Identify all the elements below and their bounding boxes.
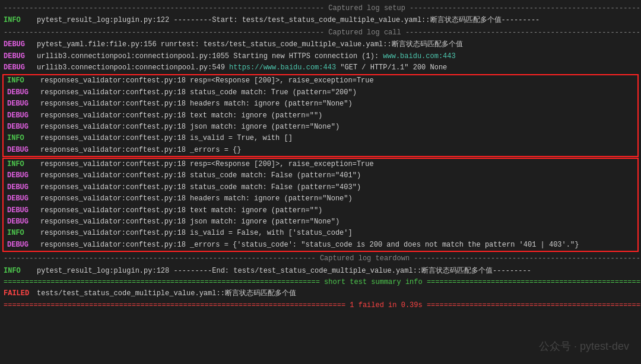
log-line: INFOpytest_result_log:plugin.py:128 ----… — [0, 266, 641, 277]
divider: ----------------------------------------… — [0, 27, 641, 39]
log-line: DEBUGurllib3.connectionpool:connectionpo… — [0, 51, 641, 62]
log-content: pytest_result_log:plugin.py:128 --------… — [37, 266, 637, 276]
log-content: responses_validator:conftest.py:18 is_va… — [40, 228, 634, 238]
log-line: DEBUGresponses_validator:conftest.py:18 … — [4, 182, 637, 193]
separator-green: ========================================… — [0, 277, 641, 288]
log-line: DEBUGresponses_validator:conftest.py:18 … — [4, 216, 637, 228]
log-level: DEBUG — [7, 122, 38, 132]
log-content: responses_validator:conftest.py:18 json … — [40, 217, 634, 227]
log-line: DEBUGresponses_validator:conftest.py:18 … — [4, 205, 637, 216]
log-content: responses_validator:conftest.py:18 _erro… — [40, 240, 634, 250]
log-level: DEBUG — [7, 111, 38, 121]
log-level: INFO — [4, 266, 34, 276]
log-line: DEBUGresponses_validator:conftest.py:18 … — [4, 98, 637, 110]
log-content: urllib3.connectionpool:connectionpool.py… — [37, 63, 637, 73]
log-line: DEBUGresponses_validator:conftest.py:18 … — [4, 122, 637, 133]
log-line: DEBUGresponses_validator:conftest.py:18 … — [4, 110, 637, 122]
log-content: responses_validator:conftest.py:18 is_va… — [40, 133, 634, 143]
log-content: pytest_yaml.file:file.py:156 runrtest: t… — [37, 40, 637, 50]
log-content: responses_validator:conftest.py:18 text … — [40, 111, 634, 121]
log-content-failed: tests/test_status_code_multiple_value.ya… — [37, 289, 637, 299]
log-line: DEBUGresponses_validator:conftest.py:18 … — [4, 240, 637, 251]
log-content: responses_validator:conftest.py:18 text … — [40, 206, 634, 216]
log-level: INFO — [4, 15, 34, 25]
separator-red: ========================================… — [0, 300, 641, 311]
log-level: DEBUG — [7, 171, 38, 181]
log-line: INFOresponses_validator:conftest.py:18 r… — [4, 75, 637, 87]
log-level-failed: FAILED — [4, 289, 34, 299]
log-content: responses_validator:conftest.py:18 statu… — [40, 183, 634, 193]
log-level: DEBUG — [7, 217, 38, 227]
log-content: responses_validator:conftest.py:18 heade… — [40, 99, 634, 109]
log-level: DEBUG — [7, 145, 38, 155]
log-level: INFO — [7, 76, 38, 86]
log-content: responses_validator:conftest.py:18 _erro… — [40, 145, 634, 155]
log-line: DEBUGpytest_yaml.file:file.py:156 runrte… — [0, 39, 641, 50]
log-level: INFO — [7, 228, 38, 238]
log-level: DEBUG — [7, 99, 38, 109]
log-box-group: INFOresponses_validator:conftest.py:18 r… — [2, 158, 639, 252]
log-box-group: INFOresponses_validator:conftest.py:18 r… — [2, 74, 639, 157]
log-level: INFO — [7, 133, 38, 143]
log-line: INFOresponses_validator:conftest.py:18 i… — [4, 133, 637, 144]
log-line: INFOpytest_result_log:plugin.py:122 ----… — [0, 15, 641, 26]
log-content: responses_validator:conftest.py:18 resp=… — [40, 76, 634, 86]
log-line: INFOresponses_validator:conftest.py:18 i… — [4, 228, 637, 239]
log-content: responses_validator:conftest.py:18 heade… — [40, 194, 634, 204]
log-content: responses_validator:conftest.py:18 statu… — [40, 171, 634, 181]
log-level: DEBUG — [7, 240, 38, 250]
log-level: DEBUG — [7, 206, 38, 216]
log-content: pytest_result_log:plugin.py:122 --------… — [37, 15, 637, 25]
log-level: INFO — [7, 159, 38, 170]
divider: ----------------------------------------… — [0, 253, 641, 265]
log-content: responses_validator:conftest.py:18 json … — [40, 122, 634, 132]
log-line: DEBUGurllib3.connectionpool:connectionpo… — [0, 62, 641, 74]
log-content: responses_validator:conftest.py:18 statu… — [40, 88, 634, 98]
log-level: DEBUG — [7, 183, 38, 193]
log-level: DEBUG — [7, 88, 38, 98]
log-level: DEBUG — [4, 63, 34, 73]
log-line: DEBUGresponses_validator:conftest.py:18 … — [4, 145, 637, 156]
log-line: DEBUGresponses_validator:conftest.py:18 … — [4, 170, 637, 181]
log-content: urllib3.connectionpool:connectionpool.py… — [37, 52, 637, 62]
log-level: DEBUG — [4, 40, 34, 50]
log-content: responses_validator:conftest.py:18 resp=… — [40, 159, 634, 170]
log-line: DEBUGresponses_validator:conftest.py:18 … — [4, 193, 637, 205]
log-level: DEBUG — [7, 194, 38, 204]
log-line: DEBUGresponses_validator:conftest.py:18 … — [4, 87, 637, 98]
log-level: DEBUG — [4, 52, 34, 62]
failed-line: FAILEDtests/test_status_code_multiple_va… — [0, 288, 641, 299]
terminal-output: ----------------------------------------… — [0, 0, 641, 364]
log-line: INFOresponses_validator:conftest.py:18 r… — [4, 159, 637, 170]
divider: ----------------------------------------… — [0, 2, 641, 15]
